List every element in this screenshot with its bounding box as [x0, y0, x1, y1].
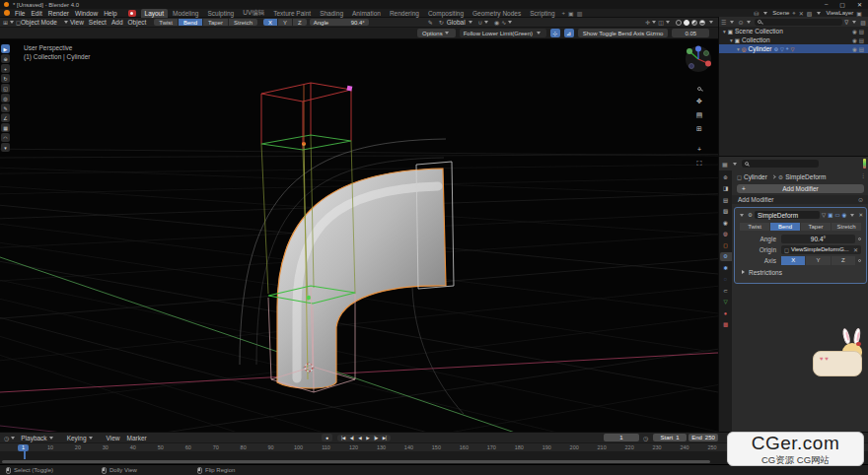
- data-tab[interactable]: ▽: [720, 298, 732, 306]
- bend-axis-z-icon[interactable]: ⊿: [564, 29, 574, 37]
- select-box-tool[interactable]: ▶: [1, 44, 10, 53]
- editor-type-icon[interactable]: ⊞: [3, 19, 8, 26]
- display-mode-icon[interactable]: ⊙: [738, 19, 743, 26]
- prev-keyframe-button[interactable]: ◀|: [348, 435, 356, 441]
- auto-keying-button[interactable]: ●: [322, 434, 332, 441]
- expand-icon[interactable]: ▾: [723, 29, 726, 34]
- overlays-toggle-icon[interactable]: ◫: [658, 19, 664, 26]
- add-modifier-button[interactable]: + Add Modifier: [737, 184, 864, 193]
- spin-tool[interactable]: ◠: [1, 133, 10, 142]
- overflow-menu-icon[interactable]: ⫶: [862, 173, 864, 180]
- physics-tab[interactable]: ◌: [720, 275, 732, 284]
- outliner-row-cylinder[interactable]: ▾◎Cylinder⚙▽⌖▽◉▤: [719, 44, 868, 53]
- zoom-icon[interactable]: [693, 85, 705, 92]
- outliner-row-collection[interactable]: ▾▣Collection◉▤: [719, 35, 868, 44]
- scene-tab[interactable]: ◉: [720, 218, 732, 227]
- new-collection-icon[interactable]: ▨: [860, 19, 866, 26]
- timeline-type-icon[interactable]: ◷: [4, 435, 9, 441]
- menu-window[interactable]: Window: [75, 10, 98, 17]
- view-layer-icon[interactable]: ▧: [807, 10, 813, 17]
- outliner-type-icon[interactable]: ☰: [721, 19, 726, 26]
- modifier-tab-stretch[interactable]: Stretch: [832, 223, 861, 231]
- eyedropper-icon[interactable]: ✎: [428, 19, 433, 26]
- viewport-menu-select[interactable]: Select: [89, 19, 107, 26]
- origin-object-field[interactable]: ◻ ViewSimpleDeformG... ✕: [781, 245, 861, 254]
- viewport-3d[interactable]: ▶⊕+↻◱◎✎∠▦◠▾ User Perspective (1) Collect…: [0, 39, 718, 432]
- breadcrumb-object[interactable]: Cylinder: [744, 173, 767, 180]
- workspace-tab-scripting[interactable]: Scripting: [526, 9, 558, 18]
- workspace-tab-modeling[interactable]: Modeling: [169, 9, 202, 18]
- play-button[interactable]: ▶: [364, 435, 371, 441]
- texture-tab[interactable]: ▩: [720, 320, 732, 329]
- blender-logo-icon[interactable]: [4, 10, 10, 16]
- use-preview-range-icon[interactable]: ◷: [643, 435, 648, 441]
- mode-selector[interactable]: Object Mode: [21, 19, 57, 26]
- fullscreen-icon[interactable]: ⛶: [693, 160, 705, 168]
- close-button[interactable]: ✕: [857, 1, 862, 8]
- play-reverse-button[interactable]: ◀: [356, 435, 363, 441]
- menu-file[interactable]: File: [15, 10, 25, 17]
- more-tools[interactable]: ▾: [1, 143, 10, 152]
- rendered-shading-icon[interactable]: [699, 20, 705, 26]
- bend-axis-x-icon[interactable]: ⊹: [550, 29, 560, 37]
- world-tab[interactable]: ◍: [720, 230, 732, 238]
- render-camera-icon[interactable]: ▤: [859, 37, 864, 43]
- axis-button-z[interactable]: Z: [293, 19, 307, 26]
- ortho-toggle-icon[interactable]: ⊞: [693, 125, 705, 133]
- gizmo-size-field[interactable]: 0.05: [672, 29, 709, 37]
- animate-angle-icon[interactable]: [858, 238, 861, 240]
- frame-end-field[interactable]: End250: [688, 434, 718, 441]
- constraints-tab[interactable]: ⊂: [720, 286, 732, 295]
- scene-name[interactable]: Scene: [772, 10, 789, 16]
- lower-limit-handle[interactable]: [307, 296, 311, 300]
- recording-indicator[interactable]: [128, 10, 136, 17]
- delete-modifier-icon[interactable]: ✕: [858, 212, 863, 218]
- editor-preview-icon-2[interactable]: ▥: [577, 10, 583, 17]
- show-bend-gizmo-button[interactable]: Show Toggle Bend Axis Gizmo: [578, 29, 669, 37]
- render-display-icon[interactable]: ◉: [842, 212, 847, 218]
- rotate-tool[interactable]: ↻: [1, 74, 10, 83]
- camera-view-icon[interactable]: ▤: [693, 111, 705, 119]
- modifiers-tab[interactable]: ⚙: [720, 252, 732, 261]
- render-camera-icon[interactable]: ▤: [859, 29, 864, 34]
- minimize-button[interactable]: –: [825, 1, 828, 8]
- workspace-tab-texture-paint[interactable]: Texture Paint: [269, 9, 315, 18]
- show-in-editmode-icon[interactable]: ▽: [822, 212, 826, 218]
- expand-icon[interactable]: ▾: [737, 46, 740, 52]
- render-tab[interactable]: ◨: [720, 184, 732, 193]
- pin-scene-icon[interactable]: ⌖: [792, 10, 795, 17]
- clear-origin-icon[interactable]: ✕: [853, 246, 858, 253]
- on-cage-icon[interactable]: ▣: [828, 212, 832, 218]
- move-tool[interactable]: +: [1, 64, 10, 73]
- modifier-tab-taper[interactable]: Taper: [801, 223, 831, 231]
- menu-render[interactable]: Render: [48, 10, 69, 17]
- collapse-panel-icon[interactable]: [740, 214, 744, 217]
- properties-search-input[interactable]: [742, 160, 819, 168]
- timeline-menu-playback[interactable]: Playback: [21, 435, 59, 441]
- snap-magnet-icon[interactable]: ∪: [478, 19, 482, 26]
- workspace-tab-geometry-nodes[interactable]: Geometry Nodes: [469, 9, 525, 18]
- modifier-name-field[interactable]: SimpleDeform: [755, 211, 820, 219]
- particles-tab[interactable]: ✱: [720, 263, 732, 272]
- workspace-tab-sculpting[interactable]: Sculpting: [203, 9, 238, 18]
- measure-tool[interactable]: ∠: [1, 113, 10, 122]
- timeline-menu-view[interactable]: View: [107, 435, 120, 441]
- object-tab[interactable]: ◻: [720, 240, 732, 249]
- options-button[interactable]: Options: [417, 29, 456, 37]
- properties-type-icon[interactable]: ▦: [722, 161, 728, 168]
- upper-limit-handle[interactable]: [346, 86, 352, 92]
- output-tab[interactable]: ▤: [720, 195, 732, 204]
- current-frame-badge[interactable]: 1: [18, 444, 29, 451]
- remove-view-layer-icon[interactable]: ▣: [856, 10, 862, 17]
- frame-start-field[interactable]: Start1: [653, 434, 687, 441]
- extras-menu-icon[interactable]: [850, 214, 854, 217]
- falloff-icon[interactable]: ∿: [501, 19, 506, 26]
- timeline-menu-marker[interactable]: Marker: [126, 435, 146, 441]
- viewport-menu-object[interactable]: Object: [128, 19, 147, 26]
- cursor-tool[interactable]: ⊕: [1, 54, 10, 63]
- axis-button-x[interactable]: X: [263, 19, 277, 26]
- modifier-axis-y[interactable]: Y: [806, 256, 830, 265]
- axis-button-y[interactable]: Y: [278, 19, 292, 26]
- add-workspace-button[interactable]: +: [562, 10, 566, 17]
- current-frame-field[interactable]: 1: [604, 434, 639, 441]
